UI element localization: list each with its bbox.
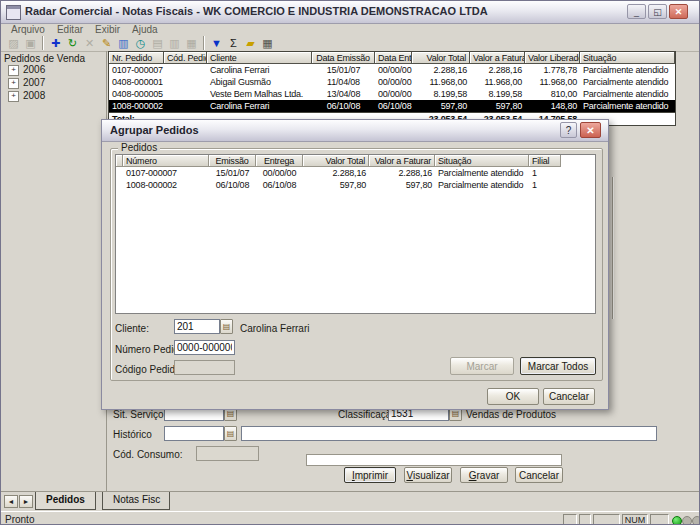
grid-cell: 2.288,16: [303, 167, 369, 179]
table-row[interactable]: 0408-000005Veste Bem Malhas Ltda.13/04/0…: [109, 88, 675, 100]
grid-cell: [164, 88, 207, 100]
grid-header-cell[interactable]: Valor Total: [412, 52, 470, 64]
gravar-button[interactable]: Gravar: [460, 467, 508, 483]
tree-item-label: 2006: [23, 64, 45, 76]
title-bar[interactable]: Radar Comercial - Notas Fiscais - WK COM…: [1, 1, 700, 24]
status-text: Pronto: [5, 514, 34, 525]
marcar-todos-button[interactable]: Marcar Todos: [520, 357, 596, 375]
document-3-icon[interactable]: ▦: [183, 35, 200, 51]
add-icon[interactable]: ✚: [47, 35, 64, 51]
expand-icon[interactable]: +: [8, 65, 19, 76]
grid-cell: 06/10/08: [256, 179, 303, 191]
historico-lookup-icon[interactable]: ▤: [224, 426, 237, 441]
grid-header-cell[interactable]: Situação: [435, 155, 529, 167]
toolbar: ▨▣✚↻✕✎▥◷▤▥▦▼Σ▰▦: [1, 35, 700, 52]
grid-header-cell[interactable]: Valor a Faturar: [369, 155, 435, 167]
filter-icon[interactable]: ▼: [208, 35, 225, 51]
grid-header-cell[interactable]: Cliente: [207, 52, 312, 64]
status-cell-2: [579, 514, 591, 525]
tab-pedidos[interactable]: Pedidos: [35, 492, 96, 510]
close-button[interactable]: ✕: [669, 4, 688, 19]
table-row[interactable]: 0408-000001Abigail Gusmão11/04/0800/00/0…: [109, 76, 675, 88]
table-row[interactable]: 1008-000002Carolina Ferrari06/10/0806/10…: [109, 100, 675, 112]
grid-header-cell[interactable]: Valor Liberado: [525, 52, 580, 64]
grid-header-cell[interactable]: Data Entrega: [375, 52, 412, 64]
cliente-input[interactable]: [174, 319, 220, 334]
menu-arquivo[interactable]: Arquivo: [5, 24, 51, 35]
sit-servico-label: Sit. Serviço:: [113, 409, 166, 420]
grid-cell: Carolina Ferrari: [207, 100, 312, 112]
ok-button[interactable]: OK: [487, 388, 539, 405]
print-icon[interactable]: ▦: [259, 35, 276, 51]
toolbar-separator: [203, 36, 205, 50]
expand-icon[interactable]: +: [8, 78, 19, 89]
table-row[interactable]: 0107-000007Carolina Ferrari15/01/0700/00…: [109, 64, 675, 76]
historico-input[interactable]: [164, 426, 224, 441]
dialog-title-bar[interactable]: Agrupar Pedidos ? ✕: [102, 120, 608, 142]
grid-header-cell[interactable]: Valor Total: [303, 155, 369, 167]
refresh-icon[interactable]: ↻: [64, 35, 81, 51]
visualizar-button[interactable]: Visualizar: [404, 467, 452, 483]
tree-item-2006[interactable]: + 2006: [1, 64, 106, 76]
cancelar-dialog-button[interactable]: Cancelar: [543, 388, 595, 405]
grid-cell: 00/00/00: [375, 88, 412, 100]
cod-consumo-input: [196, 446, 259, 461]
grid-cell: 1: [529, 179, 561, 191]
history-clock-icon[interactable]: ◷: [132, 35, 149, 51]
cancelar-form-button[interactable]: Cancelar: [515, 467, 563, 483]
grid-header-cell[interactable]: Nr. Pedido: [109, 52, 164, 64]
minimize-button[interactable]: _: [627, 4, 646, 19]
historico-text-input[interactable]: [241, 426, 657, 441]
cliente-lookup-icon[interactable]: ▤: [220, 319, 233, 334]
status-led-green-icon: [672, 516, 682, 525]
tree-item-2007[interactable]: + 2007: [1, 77, 106, 89]
document-1-icon[interactable]: ▤: [149, 35, 166, 51]
classificacao-description: Vendas de Produtos: [466, 409, 556, 420]
grid-header-cell[interactable]: Data Emissão: [312, 52, 375, 64]
grid-header-cell[interactable]: [116, 155, 123, 167]
grid-header-cell[interactable]: Valor a Faturar: [470, 52, 525, 64]
edit-brush-icon[interactable]: ✎: [98, 35, 115, 51]
table-row[interactable]: 0107-00000715/01/0700/00/002.288,162.288…: [116, 167, 595, 179]
grid-cell: Parcialmente atendido: [580, 64, 675, 76]
sum-icon[interactable]: Σ: [225, 35, 242, 51]
dialog-close-button[interactable]: ✕: [580, 122, 601, 138]
tab-notas-fiscais[interactable]: Notas Fisc: [102, 492, 170, 510]
marcar-button[interactable]: Marcar: [450, 357, 514, 375]
delete-icon[interactable]: ✕: [81, 35, 98, 51]
grid-header-cell[interactable]: Número: [123, 155, 209, 167]
restore-button[interactable]: ◱: [648, 4, 667, 19]
dialog-help-button[interactable]: ?: [560, 122, 577, 138]
copy-document-icon[interactable]: ▥: [115, 35, 132, 51]
grid-cell: 0107-000007: [109, 64, 164, 76]
open-folder-icon[interactable]: ▨: [5, 35, 22, 51]
grid-cell: 06/10/08: [209, 179, 256, 191]
grid-cell: 8.199,58: [470, 88, 525, 100]
tree-item-2008[interactable]: + 2008: [1, 90, 106, 102]
grid-cell: 06/10/08: [375, 100, 412, 112]
grid-header-cell[interactable]: Entrega: [256, 155, 303, 167]
grid-header-cell[interactable]: Cód. Pedido: [164, 52, 207, 64]
background-text-field[interactable]: [306, 454, 562, 466]
menu-exibir[interactable]: Exibir: [89, 24, 126, 35]
tab-scroll-left-icon[interactable]: ◄: [4, 495, 18, 508]
grid-header-cell[interactable]: Emissão: [209, 155, 256, 167]
tab-scroll-right-icon[interactable]: ►: [19, 495, 33, 508]
grid-cell: Parcialmente atendido: [580, 100, 675, 112]
folder-icon[interactable]: ▣: [22, 35, 39, 51]
grid-header-cell[interactable]: Situação: [580, 52, 675, 64]
expand-icon[interactable]: +: [8, 91, 19, 102]
document-2-icon[interactable]: ▥: [166, 35, 183, 51]
imprimir-button[interactable]: Imprimir: [344, 467, 396, 483]
menu-editar[interactable]: Editar: [51, 24, 89, 35]
table-row[interactable]: 1008-00000206/10/0806/10/08597,80597,80P…: [116, 179, 595, 191]
menu-ajuda[interactable]: Ajuda: [126, 24, 164, 35]
cliente-name-text: Carolina Ferrari: [240, 323, 309, 334]
grid-cell: 810,00: [525, 88, 580, 100]
grid-cell: [116, 167, 123, 179]
export-icon[interactable]: ▰: [242, 35, 259, 51]
dialog-title: Agrupar Pedidos: [110, 124, 199, 136]
numero-pedido-input[interactable]: [174, 340, 235, 355]
grid-cell: 1: [529, 167, 561, 179]
grid-header-cell[interactable]: Filial: [529, 155, 561, 167]
